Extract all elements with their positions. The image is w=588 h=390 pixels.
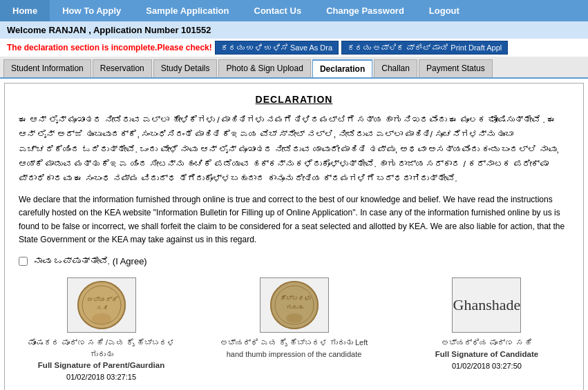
nav-bar: Home How To Apply Sample Application Con… [0,0,588,21]
signature-candidate-image: Ghanshade [452,277,521,333]
print-draft-button[interactable]: ಕರಡು ಅಪ್ಲಿಕ ಪ್ರಿಂಟ್ ಮಾಡಿ Print Draft App… [341,41,508,55]
main-content: DECLARATION ಈ ಆನ್ ಲೈನ್ ಮೂಖಾಂತರ ನೀಡಿರುವ ಎ… [4,83,584,390]
signature-thumb-label: ಅಭ್ಯರ್ಥಿ ಎಡ ಕೈ ಹೆಬ್ಬರಳ ಗುರುತು Left hand … [211,337,377,360]
save-draft-button[interactable]: ಕರಡು ಉಳಿ ಉಳಿಸಿ Save As Dra [215,41,339,55]
nav-logout[interactable]: Logout [417,0,472,21]
thumb-coin-icon: ಹೆಬ್ಬರಳು ಗುರುತು [270,281,319,329]
declaration-english-text: We declare that the information furnishe… [19,193,569,246]
tab-study-details[interactable]: Study Details [153,59,218,77]
nav-sample-application[interactable]: Sample Application [133,0,241,21]
agree-label: ನಾವು ಒಪ್ಪುತ್ತೇವೆ. (I Agree) [33,256,147,266]
candidate-cursive-icon: Ghanshade [452,289,521,321]
nav-home[interactable]: Home [0,0,50,21]
signature-candidate-label: ಅಭ್ಯರ್ಥಿಯ ಪೂರ್ಣ ಸಹಿ Full Signature of Ca… [404,337,569,360]
signature-parent-label: ಪೋಷಕರ ಪೂರ್ಣ ಸಹಿ /ಎಡ ಕೈ ಹೆಬ್ಬರಳ ಗುರುತು Fu… [19,337,184,371]
signature-parent-date: 01/02/2018 03:27:15 [19,373,184,381]
signature-candidate-block: Ghanshade ಅಭ್ಯರ್ಥಿಯ ಪೂರ್ಣ ಸಹಿ Full Signa… [404,277,569,370]
signatures-row: ಅಭ್ಯರ್ಥಿ ಸಹಿ ಪೋಷಕರ ಪೂರ್ಣ ಸಹಿ /ಎಡ ಕೈ ಹೆಬ್… [19,277,569,381]
tab-challan[interactable]: Challan [374,59,417,77]
signature-parent-image: ಅಭ್ಯರ್ಥಿ ಸಹಿ [67,277,136,333]
agree-row: ನಾವು ಒಪ್ಪುತ್ತೇವೆ. (I Agree) [19,256,569,266]
nav-change-password[interactable]: Change Password [314,0,417,21]
svg-text:ಗುರುತು: ಗುರುತು [285,304,303,311]
svg-point-9 [286,313,303,323]
declaration-kannada-text: ಈ ಆನ್ ಲೈನ್ ಮೂಖಾಂತರ ನೀಡಿರುವ ಎಲ್ಲಾ ಹೇಳಿಕೆಗ… [19,113,569,186]
svg-text:ಅಭ್ಯರ್ಥಿ: ಅಭ್ಯರ್ಥಿ [86,296,117,303]
alert-bar: The declaration section is incomplete.Pl… [0,39,588,57]
nav-how-to-apply[interactable]: How To Apply [50,0,133,21]
tab-reservation[interactable]: Reservation [93,59,152,77]
tab-declaration[interactable]: Declaration [312,59,372,77]
tab-payment-status[interactable]: Payment Status [419,59,493,77]
welcome-bar: Welcome RANJAN , Application Number 1015… [0,21,588,39]
alert-message: The declaration section is incomplete.Pl… [7,43,212,52]
signature-candidate-date: 01/02/2018 03:27:50 [404,362,569,370]
signature-thumb-block: ಹೆಬ್ಬರಳು ಗುರುತು ಅಭ್ಯರ್ಥಿ ಎಡ ಕೈ ಹೆಬ್ಬರಳ ಗ… [211,277,377,360]
tab-student-information[interactable]: Student Information [3,59,91,77]
signature-parent-block: ಅಭ್ಯರ್ಥಿ ಸಹಿ ಪೋಷಕರ ಪೂರ್ಣ ಸಹಿ /ಎಡ ಕೈ ಹೆಬ್… [19,277,184,381]
tabs-bar: Student Information Reservation Study De… [0,57,588,79]
declaration-title: DECLARATION [19,94,569,105]
svg-text:ಸಹಿ: ಸಹಿ [95,305,107,311]
svg-text:ಹೆಬ್ಬರಳು: ಹೆಬ್ಬರಳು [278,295,310,302]
welcome-text: Welcome RANJAN , Application Number 1015… [7,25,211,35]
parent-coin-icon: ಅಭ್ಯರ್ಥಿ ಸಹಿ [77,281,126,329]
agree-checkbox[interactable] [19,257,28,266]
svg-point-4 [92,313,111,324]
nav-contact-us[interactable]: Contact Us [242,0,314,21]
tab-photo-sign-upload[interactable]: Photo & Sign Upload [218,59,310,77]
signature-thumb-image: ಹೆಬ್ಬರಳು ಗುರುತು [260,277,329,333]
